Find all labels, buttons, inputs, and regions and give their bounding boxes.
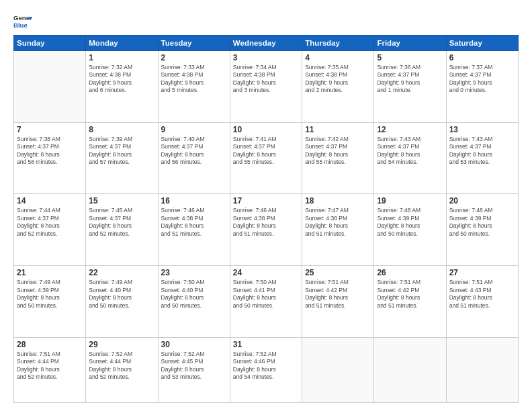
- day-number: 22: [89, 268, 154, 277]
- day-number: 12: [377, 125, 443, 134]
- svg-text:Blue: Blue: [13, 21, 28, 29]
- calendar-cell: 11Sunrise: 7:42 AM Sunset: 4:37 PM Dayli…: [302, 122, 374, 194]
- day-info: Sunrise: 7:49 AM Sunset: 4:39 PM Dayligh…: [17, 279, 83, 310]
- day-info: Sunrise: 7:51 AM Sunset: 4:43 PM Dayligh…: [449, 279, 515, 310]
- day-number: 14: [17, 196, 83, 205]
- day-info: Sunrise: 7:52 AM Sunset: 4:45 PM Dayligh…: [161, 351, 227, 381]
- weekday-monday: Monday: [86, 36, 158, 51]
- day-info: Sunrise: 7:48 AM Sunset: 4:39 PM Dayligh…: [449, 207, 515, 238]
- day-number: 28: [17, 340, 83, 349]
- day-info: Sunrise: 7:36 AM Sunset: 4:37 PM Dayligh…: [377, 64, 443, 95]
- weekday-saturday: Saturday: [446, 36, 518, 51]
- day-info: Sunrise: 7:37 AM Sunset: 4:37 PM Dayligh…: [449, 64, 515, 95]
- weekday-friday: Friday: [374, 36, 446, 51]
- calendar-cell: 21Sunrise: 7:49 AM Sunset: 4:39 PM Dayli…: [14, 266, 86, 338]
- day-number: 8: [89, 125, 154, 134]
- day-info: Sunrise: 7:38 AM Sunset: 4:37 PM Dayligh…: [17, 136, 83, 167]
- calendar-cell: 16Sunrise: 7:46 AM Sunset: 4:38 PM Dayli…: [158, 194, 230, 266]
- day-info: Sunrise: 7:46 AM Sunset: 4:38 PM Dayligh…: [161, 207, 227, 238]
- day-number: 9: [161, 125, 227, 134]
- calendar-cell: 12Sunrise: 7:43 AM Sunset: 4:37 PM Dayli…: [374, 122, 446, 194]
- calendar-cell: 15Sunrise: 7:45 AM Sunset: 4:37 PM Dayli…: [86, 194, 158, 266]
- day-info: Sunrise: 7:51 AM Sunset: 4:42 PM Dayligh…: [305, 279, 371, 310]
- weekday-sunday: Sunday: [14, 36, 86, 51]
- day-info: Sunrise: 7:35 AM Sunset: 4:38 PM Dayligh…: [305, 64, 371, 95]
- day-info: Sunrise: 7:32 AM Sunset: 4:38 PM Dayligh…: [89, 64, 154, 95]
- calendar-cell: 4Sunrise: 7:35 AM Sunset: 4:38 PM Daylig…: [302, 51, 374, 123]
- calendar-cell: 2Sunrise: 7:33 AM Sunset: 4:38 PM Daylig…: [158, 51, 230, 123]
- day-number: 29: [89, 340, 154, 349]
- day-info: Sunrise: 7:51 AM Sunset: 4:42 PM Dayligh…: [377, 279, 443, 310]
- calendar-cell: 9Sunrise: 7:40 AM Sunset: 4:37 PM Daylig…: [158, 122, 230, 194]
- day-info: Sunrise: 7:44 AM Sunset: 4:37 PM Dayligh…: [17, 207, 83, 238]
- calendar-cell: 8Sunrise: 7:39 AM Sunset: 4:37 PM Daylig…: [86, 122, 158, 194]
- day-number: 10: [233, 125, 299, 134]
- calendar-cell: 10Sunrise: 7:41 AM Sunset: 4:37 PM Dayli…: [230, 122, 302, 194]
- page: General Blue SundayMondayTuesdayWednesda…: [0, 0, 532, 411]
- weekday-wednesday: Wednesday: [230, 36, 302, 51]
- day-info: Sunrise: 7:48 AM Sunset: 4:39 PM Dayligh…: [377, 207, 443, 238]
- day-number: 26: [377, 268, 443, 277]
- calendar-cell: 18Sunrise: 7:47 AM Sunset: 4:38 PM Dayli…: [302, 194, 374, 266]
- calendar-cell: 13Sunrise: 7:43 AM Sunset: 4:37 PM Dayli…: [446, 122, 518, 194]
- day-info: Sunrise: 7:39 AM Sunset: 4:37 PM Dayligh…: [89, 136, 154, 167]
- logo: General Blue: [13, 12, 32, 31]
- day-number: 5: [377, 53, 443, 62]
- calendar-cell: 7Sunrise: 7:38 AM Sunset: 4:37 PM Daylig…: [14, 122, 86, 194]
- calendar-cell: 17Sunrise: 7:46 AM Sunset: 4:38 PM Dayli…: [230, 194, 302, 266]
- day-number: 6: [449, 53, 515, 62]
- day-number: 4: [305, 53, 371, 62]
- day-info: Sunrise: 7:42 AM Sunset: 4:37 PM Dayligh…: [305, 136, 371, 167]
- calendar-cell: 6Sunrise: 7:37 AM Sunset: 4:37 PM Daylig…: [446, 51, 518, 123]
- calendar-cell: 30Sunrise: 7:52 AM Sunset: 4:45 PM Dayli…: [158, 337, 230, 402]
- calendar-cell: 26Sunrise: 7:51 AM Sunset: 4:42 PM Dayli…: [374, 266, 446, 338]
- day-number: 18: [305, 196, 371, 205]
- day-info: Sunrise: 7:43 AM Sunset: 4:37 PM Dayligh…: [377, 136, 443, 167]
- day-number: 19: [377, 196, 443, 205]
- day-info: Sunrise: 7:49 AM Sunset: 4:40 PM Dayligh…: [89, 279, 154, 310]
- calendar-cell: 14Sunrise: 7:44 AM Sunset: 4:37 PM Dayli…: [14, 194, 86, 266]
- day-number: 15: [89, 196, 154, 205]
- day-info: Sunrise: 7:50 AM Sunset: 4:41 PM Dayligh…: [233, 279, 299, 310]
- day-number: 25: [305, 268, 371, 277]
- day-number: 17: [233, 196, 299, 205]
- day-number: 13: [449, 125, 515, 134]
- calendar-cell: 24Sunrise: 7:50 AM Sunset: 4:41 PM Dayli…: [230, 266, 302, 338]
- day-info: Sunrise: 7:34 AM Sunset: 4:38 PM Dayligh…: [233, 64, 299, 95]
- day-info: Sunrise: 7:46 AM Sunset: 4:38 PM Dayligh…: [233, 207, 299, 238]
- day-number: 11: [305, 125, 371, 134]
- calendar-cell: 29Sunrise: 7:52 AM Sunset: 4:44 PM Dayli…: [86, 337, 158, 402]
- weekday-tuesday: Tuesday: [158, 36, 230, 51]
- calendar-cell: 27Sunrise: 7:51 AM Sunset: 4:43 PM Dayli…: [446, 266, 518, 338]
- calendar-cell: 28Sunrise: 7:51 AM Sunset: 4:44 PM Dayli…: [14, 337, 86, 402]
- weekday-thursday: Thursday: [302, 36, 374, 51]
- calendar-cell: 1Sunrise: 7:32 AM Sunset: 4:38 PM Daylig…: [86, 51, 158, 123]
- day-number: 27: [449, 268, 515, 277]
- weekday-header-row: SundayMondayTuesdayWednesdayThursdayFrid…: [14, 36, 519, 51]
- week-row-1: 7Sunrise: 7:38 AM Sunset: 4:37 PM Daylig…: [14, 122, 519, 194]
- day-info: Sunrise: 7:33 AM Sunset: 4:38 PM Dayligh…: [161, 64, 227, 95]
- calendar-cell: 23Sunrise: 7:50 AM Sunset: 4:40 PM Dayli…: [158, 266, 230, 338]
- day-info: Sunrise: 7:52 AM Sunset: 4:46 PM Dayligh…: [233, 351, 299, 381]
- day-info: Sunrise: 7:45 AM Sunset: 4:37 PM Dayligh…: [89, 207, 154, 238]
- day-number: 1: [89, 53, 154, 62]
- day-number: 21: [17, 268, 83, 277]
- calendar-cell: [14, 51, 86, 123]
- calendar-cell: 19Sunrise: 7:48 AM Sunset: 4:39 PM Dayli…: [374, 194, 446, 266]
- calendar-table: SundayMondayTuesdayWednesdayThursdayFrid…: [13, 35, 519, 403]
- calendar-cell: 31Sunrise: 7:52 AM Sunset: 4:46 PM Dayli…: [230, 337, 302, 402]
- day-number: 31: [233, 340, 299, 349]
- day-number: 23: [161, 268, 227, 277]
- header: General Blue: [13, 12, 519, 31]
- week-row-3: 21Sunrise: 7:49 AM Sunset: 4:39 PM Dayli…: [14, 266, 519, 338]
- logo-icon: General Blue: [13, 12, 32, 31]
- calendar-cell: 25Sunrise: 7:51 AM Sunset: 4:42 PM Dayli…: [302, 266, 374, 338]
- day-info: Sunrise: 7:40 AM Sunset: 4:37 PM Dayligh…: [161, 136, 227, 167]
- calendar-cell: 22Sunrise: 7:49 AM Sunset: 4:40 PM Dayli…: [86, 266, 158, 338]
- day-number: 24: [233, 268, 299, 277]
- calendar-cell: 3Sunrise: 7:34 AM Sunset: 4:38 PM Daylig…: [230, 51, 302, 123]
- calendar-cell: [446, 337, 518, 402]
- day-info: Sunrise: 7:47 AM Sunset: 4:38 PM Dayligh…: [305, 207, 371, 238]
- day-info: Sunrise: 7:51 AM Sunset: 4:44 PM Dayligh…: [17, 351, 83, 381]
- day-number: 30: [161, 340, 227, 349]
